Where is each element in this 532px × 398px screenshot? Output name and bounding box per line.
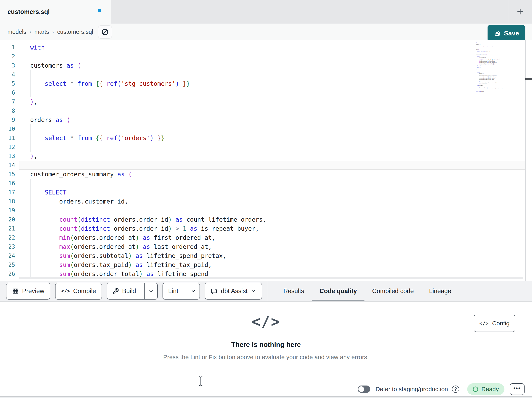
code-line-14[interactable]: 14 [0, 161, 525, 170]
empty-state-subtitle: Press the Lint or Fix button above to ev… [163, 354, 369, 360]
line-number: 2 [0, 53, 19, 60]
code-line-25[interactable]: 25 sum(orders.tax_paid) as lifetime_tax_… [0, 260, 525, 269]
action-toolbar: Preview </> Compile Build [0, 281, 532, 302]
code-line-text [19, 206, 525, 215]
code-line-24[interactable]: 24 sum(orders.subtotal) as lifetime_spen… [0, 251, 525, 260]
code-line-20[interactable]: 20 count(distinct orders.order_id) as co… [0, 215, 525, 224]
code-line-13[interactable]: 13), [0, 152, 525, 161]
defer-label: Defer to staging/production [375, 386, 448, 392]
code-line-text: sum(orders.subtotal) as lifetime_spend_p… [19, 251, 525, 260]
code-line-text: SELECT [19, 188, 525, 197]
panel-tabs: Results Code quality Compiled code Linea… [276, 281, 459, 301]
lint-dropdown-button[interactable] [187, 283, 200, 299]
line-number: 10 [0, 126, 19, 132]
defer-toggle[interactable] [358, 385, 370, 393]
code-line-6[interactable]: 6 [0, 88, 525, 97]
code-editor[interactable]: 1with23customers as (45 select * from {{… [0, 40, 532, 281]
line-number: 5 [0, 80, 19, 87]
build-dropdown-button[interactable] [144, 283, 157, 299]
line-number: 9 [0, 117, 19, 123]
empty-state: </> There is nothing here Press the Lint… [0, 313, 532, 360]
tab-compiled-code[interactable]: Compiled code [364, 281, 421, 301]
code-line-3[interactable]: 3customers as ( [0, 61, 525, 70]
code-line-15[interactable]: 15customer_orders_summary as ( [0, 170, 525, 179]
breadcrumb-separator: › [30, 29, 31, 35]
plus-icon [517, 8, 524, 15]
lineage-compass-button[interactable] [98, 25, 112, 39]
chevron-down-icon [251, 288, 256, 294]
chevron-down-icon [191, 288, 196, 294]
code-line-text: select * from {{ ref('stg_customers') }} [19, 79, 525, 88]
code-line-17[interactable]: 17 SELECT [0, 188, 525, 197]
tab-code-quality[interactable]: Code quality [312, 281, 364, 301]
breadcrumb-marts[interactable]: marts [34, 29, 49, 35]
code-line-text: ), [19, 97, 525, 106]
line-number: 17 [0, 189, 19, 196]
code-line-text: count(distinct orders.order_id) > 1 as i… [19, 224, 525, 233]
build-button[interactable]: Build [107, 283, 141, 299]
code-line-4[interactable]: 4 [0, 70, 525, 79]
code-line-text [19, 52, 525, 61]
line-number: 24 [0, 252, 19, 259]
help-icon[interactable]: ? [452, 385, 459, 393]
code-line-22[interactable]: 22 min(orders.ordered_at) as first_order… [0, 233, 525, 242]
breadcrumb-models[interactable]: models [7, 29, 26, 35]
code-line-19[interactable]: 19 [0, 206, 525, 215]
code-line-16[interactable]: 16 [0, 179, 525, 188]
code-line-text: sum(orders.tax_paid) as lifetime_tax_pai… [19, 260, 525, 269]
code-brackets-icon: </> [61, 288, 70, 294]
config-label: Config [492, 320, 510, 327]
line-number: 19 [0, 207, 19, 214]
new-tab-button[interactable] [513, 5, 527, 19]
code-line-8[interactable]: 8 [0, 106, 525, 115]
window-bottom-strip [0, 396, 532, 398]
tab-customers-sql[interactable]: customers.sql [0, 0, 111, 24]
code-line-text [19, 70, 525, 79]
line-number: 23 [0, 243, 19, 250]
dbt-ide-window: customers.sql models › marts › customers… [0, 0, 532, 398]
code-line-2[interactable]: 2 [0, 52, 525, 61]
minimap[interactable]: with customers as ( select * from {{ ref… [476, 42, 524, 95]
more-options-button[interactable]: ••• [510, 383, 525, 395]
toolbar-divider [267, 281, 267, 301]
code-line-18[interactable]: 18 orders.customer_id, [0, 197, 525, 206]
code-line-7[interactable]: 7), [0, 97, 525, 106]
code-line-5[interactable]: 5 select * from {{ ref('stg_customers') … [0, 79, 525, 88]
code-line-11[interactable]: 11 select * from {{ ref('orders') }} [0, 133, 525, 143]
code-line-21[interactable]: 21 count(distinct orders.order_id) > 1 a… [0, 224, 525, 233]
save-button[interactable]: Save [488, 25, 525, 41]
code-line-9[interactable]: 9orders as ( [0, 115, 525, 124]
code-line-12[interactable]: 12 [0, 143, 525, 152]
dbt-assist-button[interactable]: dbt Assist [205, 283, 262, 300]
save-button-label: Save [504, 30, 519, 37]
lint-button[interactable]: Lint [163, 283, 184, 299]
line-number: 4 [0, 71, 19, 78]
overview-ruler[interactable] [525, 40, 532, 281]
code-line-23[interactable]: 23 max(orders.ordered_at) as last_ordere… [0, 242, 525, 251]
code-line-text: min(orders.ordered_at) as first_ordered_… [19, 233, 525, 242]
breadcrumb-customers-sql[interactable]: customers.sql [57, 29, 93, 35]
empty-state-title: There is nothing here [231, 341, 301, 348]
line-number: 20 [0, 216, 19, 223]
code-line-1[interactable]: 1with [0, 43, 525, 52]
preview-label: Preview [22, 287, 44, 295]
tab-lineage[interactable]: Lineage [421, 281, 459, 301]
code-line-text [19, 124, 525, 133]
preview-button[interactable]: Preview [6, 283, 50, 300]
toggle-knob [358, 386, 364, 392]
code-line-text [19, 88, 525, 97]
unsaved-changes-dot-icon [98, 9, 101, 12]
code-line-10[interactable]: 10 [0, 124, 525, 133]
line-number: 11 [0, 135, 19, 141]
line-number: 21 [0, 225, 19, 232]
horizontal-scrollbar[interactable] [19, 277, 523, 279]
compile-button[interactable]: </> Compile [55, 283, 102, 300]
tab-results[interactable]: Results [276, 281, 312, 301]
line-number: 3 [0, 62, 19, 69]
code-line-text: select * from {{ ref('orders') }} [19, 133, 525, 143]
code-brackets-icon: </> [480, 320, 488, 326]
config-button[interactable]: </> Config [474, 315, 515, 332]
code-line-text: orders as ( [19, 115, 525, 124]
dbt-assist-label: dbt Assist [221, 287, 247, 295]
line-number: 13 [0, 153, 19, 159]
